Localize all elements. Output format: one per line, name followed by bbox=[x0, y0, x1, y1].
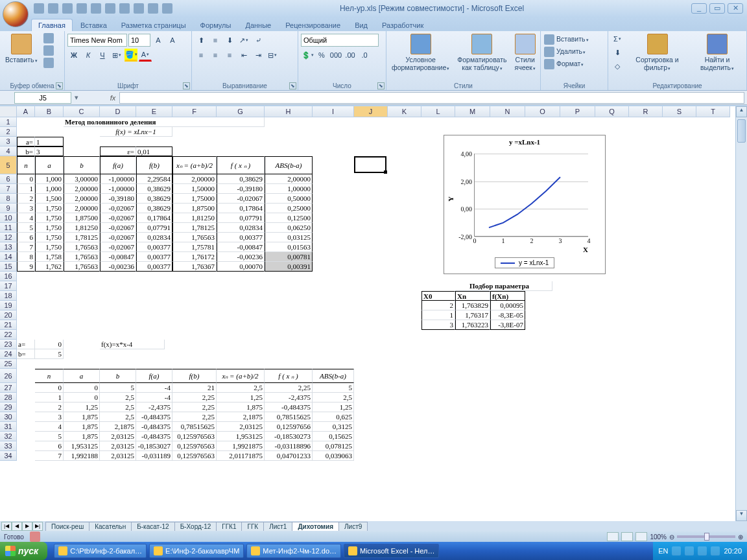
cell-E27[interactable]: -4 bbox=[136, 383, 172, 393]
cell-E9[interactable]: 0,38629 bbox=[136, 204, 172, 213]
cell-G13[interactable]: -0,00847 bbox=[217, 242, 265, 252]
cell-D9[interactable]: -0,02067 bbox=[100, 204, 136, 213]
cell-D6[interactable]: -1,00000 bbox=[100, 174, 136, 184]
cell-H13[interactable]: 0,01563 bbox=[265, 242, 313, 252]
cell-M18[interactable]: Xn bbox=[455, 291, 490, 301]
cell-F9[interactable]: 1,87500 bbox=[172, 204, 217, 213]
cell-A6[interactable]: 0 bbox=[17, 174, 35, 184]
cell-A3[interactable]: a= bbox=[17, 137, 35, 146]
cell-G32[interactable]: 1,953125 bbox=[217, 432, 265, 441]
cell-M21[interactable]: 1,763223 bbox=[455, 320, 490, 330]
sheet-tab-7[interactable]: Дихотомия bbox=[292, 522, 339, 531]
column-headers[interactable]: ABCDEFGHIJKLMNOPQRST bbox=[17, 106, 735, 117]
cell-F13[interactable]: 1,75781 bbox=[172, 242, 217, 252]
decrease-font-icon[interactable]: A bbox=[166, 34, 179, 47]
row-headers[interactable]: 1234567891011121314151617181920212223242… bbox=[0, 117, 17, 521]
cell-G14[interactable]: -0,00236 bbox=[217, 252, 265, 262]
cell-H10[interactable]: 0,12500 bbox=[265, 213, 313, 223]
row-header-32[interactable]: 32 bbox=[0, 432, 17, 441]
orientation-icon[interactable]: ↗ bbox=[237, 34, 250, 47]
cell-B15[interactable]: 1,762 bbox=[35, 262, 64, 272]
cell-G34[interactable]: 2,01171875 bbox=[217, 451, 265, 461]
cell-E15[interactable]: 0,00377 bbox=[136, 262, 172, 272]
row-header-18[interactable]: 18 bbox=[0, 291, 17, 301]
row-header-12[interactable]: 12 bbox=[0, 233, 17, 242]
row-header-25[interactable]: 25 bbox=[0, 359, 17, 369]
cell-C34[interactable]: 1,992188 bbox=[64, 451, 100, 461]
cell-B9[interactable]: 1,750 bbox=[35, 204, 64, 213]
cell-C5[interactable]: b bbox=[64, 156, 100, 174]
cell-A4[interactable]: b= bbox=[17, 146, 35, 156]
cell-D33[interactable]: 2,03125 bbox=[100, 441, 136, 451]
clear-icon[interactable]: ◇ bbox=[611, 60, 624, 73]
ribbon-tab-2[interactable]: Разметка страницы bbox=[115, 19, 193, 31]
cell-B6[interactable]: 1,000 bbox=[35, 174, 64, 184]
sheet-nav-next[interactable]: ▶ bbox=[22, 522, 32, 531]
cell-D11[interactable]: -0,02067 bbox=[100, 223, 136, 233]
cell-C12[interactable]: 1,78125 bbox=[64, 233, 100, 242]
row-header-7[interactable]: 7 bbox=[0, 184, 17, 194]
row-header-16[interactable]: 16 bbox=[0, 272, 17, 281]
worksheet-grid[interactable]: ABCDEFGHIJKLMNOPQRST 1234567891011121314… bbox=[0, 106, 735, 521]
cell-E8[interactable]: 0,38629 bbox=[136, 194, 172, 204]
ribbon-tab-7[interactable]: Разработчик bbox=[375, 19, 430, 31]
cell-E34[interactable]: -0,031189 bbox=[136, 451, 172, 461]
cell-E5[interactable]: f(b) bbox=[136, 156, 172, 174]
tray-icon-2[interactable] bbox=[685, 546, 694, 555]
cell-C14[interactable]: 1,76563 bbox=[64, 252, 100, 262]
cell-D27[interactable]: 5 bbox=[100, 383, 136, 393]
row-header-28[interactable]: 28 bbox=[0, 393, 17, 402]
format-as-table-button[interactable]: Форматировать как таблицу bbox=[455, 32, 509, 74]
page-layout-view-icon[interactable] bbox=[621, 532, 633, 541]
tray-icon-4[interactable] bbox=[711, 546, 720, 555]
row-header-30[interactable]: 30 bbox=[0, 412, 17, 422]
cell-A8[interactable]: 2 bbox=[17, 194, 35, 204]
cell-N18[interactable]: f(Xn) bbox=[490, 291, 525, 301]
cell-C31[interactable]: 1,875 bbox=[64, 422, 100, 432]
paste-button[interactable]: Вставить bbox=[3, 32, 40, 66]
cell-A11[interactable]: 5 bbox=[17, 223, 35, 233]
cell-G33[interactable]: 1,9921875 bbox=[217, 441, 265, 451]
font-size-combo[interactable] bbox=[128, 34, 150, 47]
cell-D14[interactable]: -0,00847 bbox=[100, 252, 136, 262]
cell-E32[interactable]: -0,484375 bbox=[136, 432, 172, 441]
insert-cells-button[interactable]: Вставить bbox=[543, 34, 589, 45]
row-header-22[interactable]: 22 bbox=[0, 330, 17, 340]
align-right-icon[interactable]: ≡ bbox=[223, 49, 236, 62]
save-icon[interactable] bbox=[34, 3, 44, 14]
cell-H34[interactable]: 0,04701233 bbox=[265, 451, 313, 461]
row-header-1[interactable]: 1 bbox=[0, 117, 17, 127]
increase-font-icon[interactable]: A bbox=[152, 34, 165, 47]
cell-N19[interactable]: 0,00095 bbox=[490, 301, 525, 310]
row-header-15[interactable]: 15 bbox=[0, 262, 17, 272]
cell-D26[interactable]: b bbox=[100, 369, 136, 383]
print-preview-icon[interactable] bbox=[105, 3, 115, 14]
cell-B23[interactable]: 0 bbox=[35, 340, 64, 349]
cell-F10[interactable]: 1,81250 bbox=[172, 213, 217, 223]
cell-H12[interactable]: 0,03125 bbox=[265, 233, 313, 242]
cell-D13[interactable]: -0,02067 bbox=[100, 242, 136, 252]
row-header-24[interactable]: 24 bbox=[0, 349, 17, 359]
cells-area[interactable]: Метод половинного деленияf(x) = xLnx−1a=… bbox=[17, 117, 735, 521]
cell-A12[interactable]: 6 bbox=[17, 233, 35, 242]
cell-H9[interactable]: 0,25000 bbox=[265, 204, 313, 213]
cell-H28[interactable]: -2,4375 bbox=[265, 393, 313, 402]
taskbar-item-1[interactable]: E:\Инф-2-бакалаврЧМ bbox=[149, 544, 244, 558]
cell-E4[interactable]: 0,01 bbox=[136, 146, 172, 156]
row-header-4[interactable]: 4 bbox=[0, 146, 17, 156]
cell-I30[interactable]: 0,625 bbox=[313, 412, 354, 422]
cell-G31[interactable]: 2,03125 bbox=[217, 422, 265, 432]
cell-A13[interactable]: 7 bbox=[17, 242, 35, 252]
cell-B11[interactable]: 1,750 bbox=[35, 223, 64, 233]
tray-icon-3[interactable] bbox=[698, 546, 707, 555]
cell-E30[interactable]: -0,484375 bbox=[136, 412, 172, 422]
col-header-R[interactable]: R bbox=[629, 106, 663, 117]
cell-B26[interactable]: n bbox=[35, 369, 64, 383]
font-name-combo[interactable] bbox=[67, 34, 127, 47]
cell-D23[interactable]: f(x)=x*x-4 bbox=[100, 340, 165, 349]
row-header-5[interactable]: 5 bbox=[0, 156, 17, 174]
font-dialog-launcher[interactable]: ⬊ bbox=[183, 82, 190, 89]
sheet-tab-5[interactable]: ГГК bbox=[241, 522, 264, 531]
cell-E13[interactable]: 0,00377 bbox=[136, 242, 172, 252]
cell-I32[interactable]: 0,15625 bbox=[313, 432, 354, 441]
